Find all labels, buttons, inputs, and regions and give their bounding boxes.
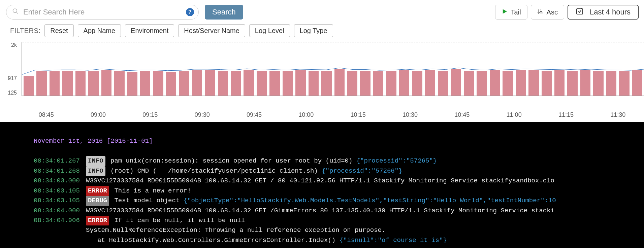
time-range-label: Last 4 hours	[590, 8, 631, 16]
calendar-check-icon	[576, 7, 584, 17]
time-range-dropdown[interactable]: Last 4 hours	[568, 5, 639, 20]
ytick: 125	[3, 90, 17, 96]
log-message: (root) CMD ( /home/stackifyuser/petclini…	[110, 167, 322, 175]
log-timestamp: 08:34:04.906	[34, 216, 86, 225]
chart-plot[interactable]	[22, 42, 644, 96]
xtick: 09:15	[124, 111, 176, 118]
log-json: {"processid":"57266"}	[322, 167, 402, 175]
filter-log-level[interactable]: Log Level	[249, 24, 290, 37]
xtick: 08:45	[20, 111, 72, 118]
log-level-badge: ERROR	[86, 186, 109, 196]
log-date-header: November 1st, 2016 [2016-11-01]	[34, 136, 644, 146]
sort-asc-button[interactable]: Asc	[531, 5, 564, 20]
search-button[interactable]: Search	[205, 5, 243, 20]
log-timestamp: 08:34:03.000	[34, 176, 86, 186]
xtick: 09:00	[72, 111, 124, 118]
sort-icon	[537, 8, 543, 16]
reset-button[interactable]: Reset	[44, 24, 73, 37]
xtick: 11:15	[540, 111, 592, 118]
log-timestamp: 08:34:03.105	[34, 186, 86, 196]
search-input[interactable]	[6, 5, 199, 20]
log-json: {"isnull":"of course it is"}	[340, 237, 447, 244]
log-level-badge: ERROR	[86, 216, 109, 225]
ytick: 2k	[3, 42, 17, 48]
svg-point-0	[13, 9, 17, 13]
log-panel: November 1st, 2016 [2016-11-01] 08:34:01…	[0, 122, 644, 248]
help-icon[interactable]: ?	[186, 8, 194, 16]
asc-label: Asc	[547, 8, 558, 16]
tail-button[interactable]: Tail	[495, 5, 527, 20]
log-timestamp: 08:34:03.105	[34, 196, 86, 206]
xtick: 11:00	[488, 111, 540, 118]
log-timestamp: 08:34:04.000	[34, 206, 86, 216]
log-row[interactable]: 08:34:04.906ERROR If it can be null, it …	[34, 216, 644, 225]
xtick: 09:45	[228, 111, 280, 118]
xtick: 10:30	[384, 111, 436, 118]
log-level-badge: INFO	[86, 166, 105, 176]
xtick: 10:00	[280, 111, 332, 118]
log-row[interactable]: 08:34:01.267INFO pam_unix(cron:session):…	[34, 156, 644, 166]
log-level-badge: INFO	[86, 156, 105, 166]
tail-label: Tail	[511, 8, 521, 16]
log-message: W3SVC1273337584 RD00155D5094AB 100.68.14…	[86, 207, 554, 214]
log-message: Test model object	[114, 197, 183, 204]
log-message: W3SVC1273337584 RD00155D5094AB 100.68.14…	[86, 177, 554, 184]
log-json: {"objectType":"HelloStackify.Web.Models.…	[184, 197, 556, 204]
svg-marker-2	[503, 9, 507, 14]
play-icon	[502, 8, 508, 16]
log-level-badge: DEBUG	[86, 196, 109, 206]
search-container: ?	[6, 5, 199, 20]
svg-rect-7	[577, 9, 583, 14]
chart-x-axis: 08:4509:0009:1509:3009:4510:0010:1510:30…	[0, 111, 644, 118]
log-timestamp: 08:34:01.268	[34, 166, 86, 176]
filter-host[interactable]: Host/Server Name	[178, 24, 245, 37]
xtick: 10:45	[436, 111, 488, 118]
filter-log-type[interactable]: Log Type	[294, 24, 333, 37]
log-message: pam_unix(cron:session): session opened f…	[110, 157, 356, 165]
log-row[interactable]: 08:34:03.105DEBUG Test model object {"ob…	[34, 196, 644, 206]
log-row[interactable]: 08:34:03.105ERROR This is a new error!	[34, 186, 644, 196]
xtick: 10:15	[332, 111, 384, 118]
svg-line-1	[17, 12, 18, 14]
filter-environment[interactable]: Environment	[125, 24, 174, 37]
log-timestamp: 08:34:01.267	[34, 156, 86, 166]
chart-y-axis: 2k 917 125	[3, 42, 17, 96]
log-row[interactable]: 08:34:04.000W3SVC1273337584 RD00155D5094…	[34, 206, 644, 216]
chart-line	[22, 68, 644, 75]
xtick: 09:30	[176, 111, 228, 118]
xtick: 11:30	[592, 111, 644, 118]
filter-app-name[interactable]: App Name	[78, 24, 121, 37]
log-trace-line: System.NullReferenceException: Throwing …	[34, 225, 644, 235]
search-icon	[12, 8, 19, 16]
filters-label: FILTERS:	[10, 27, 40, 35]
log-trace-line: at HelloStackify.Web.Controllers.GimmeEr…	[34, 236, 644, 245]
log-message: If it can be null, it will be null	[114, 217, 245, 224]
log-message: This is a new error!	[114, 187, 191, 194]
chart-area: 2k 917 125	[0, 42, 644, 109]
log-row[interactable]: 08:34:03.000W3SVC1273337584 RD00155D5094…	[34, 176, 644, 186]
filter-row: FILTERS: Reset App Name Environment Host…	[0, 24, 644, 40]
log-json: {"processid":"57265"}	[356, 157, 437, 165]
log-row[interactable]: 08:34:01.268INFO (root) CMD ( /home/stac…	[34, 166, 644, 176]
ytick: 917	[3, 75, 17, 81]
